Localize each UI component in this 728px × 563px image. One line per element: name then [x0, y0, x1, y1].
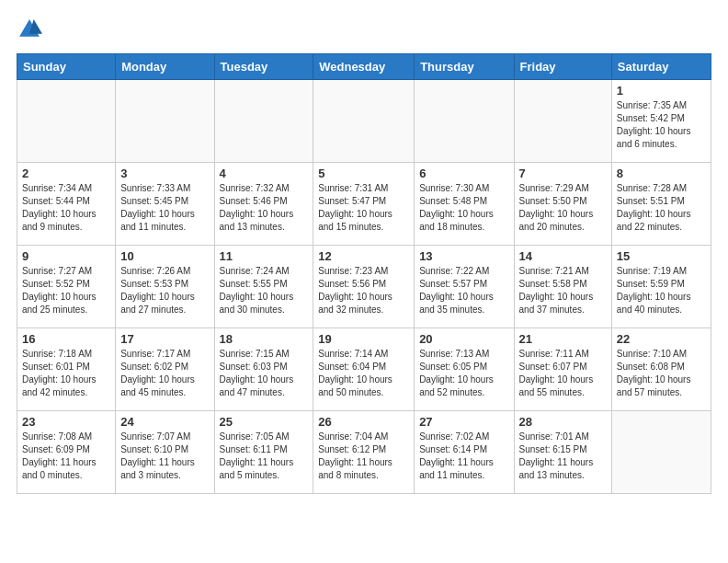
day-number: 13 — [419, 249, 508, 263]
day-info: Sunrise: 7:30 AM Sunset: 5:48 PM Dayligh… — [419, 182, 508, 234]
day-number: 18 — [220, 332, 309, 346]
day-number: 21 — [519, 332, 607, 346]
day-cell: 5Sunrise: 7:31 AM Sunset: 5:47 PM Daylig… — [313, 163, 415, 246]
day-info: Sunrise: 7:02 AM Sunset: 6:14 PM Dayligh… — [419, 431, 508, 482]
day-info: Sunrise: 7:32 AM Sunset: 5:46 PM Dayligh… — [220, 182, 309, 234]
day-cell: 18Sunrise: 7:15 AM Sunset: 6:03 PM Dayli… — [214, 328, 313, 411]
day-number: 25 — [220, 415, 309, 429]
calendar: SundayMondayTuesdayWednesdayThursdayFrid… — [17, 53, 711, 494]
day-number: 11 — [220, 249, 309, 263]
logo-icon — [17, 17, 42, 42]
day-info: Sunrise: 7:26 AM Sunset: 5:53 PM Dayligh… — [120, 265, 209, 316]
day-info: Sunrise: 7:28 AM Sunset: 5:51 PM Dayligh… — [617, 182, 706, 234]
week-row-2: 9Sunrise: 7:27 AM Sunset: 5:52 PM Daylig… — [17, 246, 711, 328]
day-cell: 16Sunrise: 7:18 AM Sunset: 6:01 PM Dayli… — [17, 328, 116, 411]
day-cell: 3Sunrise: 7:33 AM Sunset: 5:45 PM Daylig… — [116, 163, 214, 246]
day-number: 24 — [120, 415, 209, 429]
day-number: 16 — [22, 332, 110, 346]
day-number: 27 — [419, 415, 508, 429]
day-number: 28 — [519, 415, 607, 429]
day-number: 23 — [22, 415, 110, 429]
day-cell: 25Sunrise: 7:05 AM Sunset: 6:11 PM Dayli… — [214, 411, 313, 494]
day-info: Sunrise: 7:05 AM Sunset: 6:11 PM Dayligh… — [220, 431, 309, 482]
day-info: Sunrise: 7:29 AM Sunset: 5:50 PM Dayligh… — [519, 182, 607, 234]
day-info: Sunrise: 7:24 AM Sunset: 5:55 PM Dayligh… — [220, 265, 309, 316]
day-info: Sunrise: 7:07 AM Sunset: 6:10 PM Dayligh… — [120, 431, 209, 482]
weekday-header-wednesday: Wednesday — [313, 54, 415, 80]
day-info: Sunrise: 7:04 AM Sunset: 6:12 PM Dayligh… — [318, 431, 409, 482]
day-number: 12 — [318, 249, 409, 263]
day-cell: 7Sunrise: 7:29 AM Sunset: 5:50 PM Daylig… — [514, 163, 611, 246]
day-cell: 11Sunrise: 7:24 AM Sunset: 5:55 PM Dayli… — [214, 246, 313, 328]
day-cell: 8Sunrise: 7:28 AM Sunset: 5:51 PM Daylig… — [611, 163, 711, 246]
day-number: 3 — [120, 167, 209, 180]
day-info: Sunrise: 7:23 AM Sunset: 5:56 PM Dayligh… — [318, 265, 409, 316]
day-info: Sunrise: 7:35 AM Sunset: 5:42 PM Dayligh… — [617, 99, 706, 151]
day-info: Sunrise: 7:33 AM Sunset: 5:45 PM Dayligh… — [120, 182, 209, 234]
day-cell — [17, 80, 116, 163]
day-number: 15 — [617, 249, 706, 263]
weekday-header-thursday: Thursday — [415, 54, 514, 80]
day-cell: 9Sunrise: 7:27 AM Sunset: 5:52 PM Daylig… — [17, 246, 116, 328]
day-cell: 13Sunrise: 7:22 AM Sunset: 5:57 PM Dayli… — [415, 246, 514, 328]
day-info: Sunrise: 7:01 AM Sunset: 6:15 PM Dayligh… — [519, 431, 607, 482]
day-cell: 20Sunrise: 7:13 AM Sunset: 6:05 PM Dayli… — [415, 328, 514, 411]
day-cell: 14Sunrise: 7:21 AM Sunset: 5:58 PM Dayli… — [514, 246, 611, 328]
day-cell: 23Sunrise: 7:08 AM Sunset: 6:09 PM Dayli… — [17, 411, 116, 494]
day-cell — [415, 80, 514, 163]
day-cell: 2Sunrise: 7:34 AM Sunset: 5:44 PM Daylig… — [17, 163, 116, 246]
day-cell: 28Sunrise: 7:01 AM Sunset: 6:15 PM Dayli… — [514, 411, 611, 494]
day-number: 9 — [22, 249, 110, 263]
day-number: 26 — [318, 415, 409, 429]
day-number: 2 — [22, 167, 110, 180]
day-info: Sunrise: 7:15 AM Sunset: 6:03 PM Dayligh… — [220, 348, 309, 399]
weekday-header-saturday: Saturday — [611, 54, 711, 80]
weekday-header-monday: Monday — [116, 54, 214, 80]
day-number: 20 — [419, 332, 508, 346]
day-info: Sunrise: 7:34 AM Sunset: 5:44 PM Dayligh… — [22, 182, 110, 234]
header — [17, 17, 711, 42]
day-cell — [611, 411, 711, 494]
day-number: 22 — [617, 332, 706, 346]
weekday-header-tuesday: Tuesday — [214, 54, 313, 80]
day-cell — [116, 80, 214, 163]
day-info: Sunrise: 7:10 AM Sunset: 6:08 PM Dayligh… — [617, 348, 706, 399]
day-cell — [214, 80, 313, 163]
day-cell: 19Sunrise: 7:14 AM Sunset: 6:04 PM Dayli… — [313, 328, 415, 411]
day-info: Sunrise: 7:22 AM Sunset: 5:57 PM Dayligh… — [419, 265, 508, 316]
day-cell — [514, 80, 611, 163]
day-info: Sunrise: 7:14 AM Sunset: 6:04 PM Dayligh… — [318, 348, 409, 399]
day-info: Sunrise: 7:17 AM Sunset: 6:02 PM Dayligh… — [120, 348, 209, 399]
day-number: 10 — [120, 249, 209, 263]
day-info: Sunrise: 7:21 AM Sunset: 5:58 PM Dayligh… — [519, 265, 607, 316]
weekday-header-row: SundayMondayTuesdayWednesdayThursdayFrid… — [17, 54, 711, 80]
weekday-header-sunday: Sunday — [17, 54, 116, 80]
logo — [17, 17, 46, 42]
day-number: 8 — [617, 167, 706, 180]
day-cell: 24Sunrise: 7:07 AM Sunset: 6:10 PM Dayli… — [116, 411, 214, 494]
weekday-header-friday: Friday — [514, 54, 611, 80]
day-info: Sunrise: 7:13 AM Sunset: 6:05 PM Dayligh… — [419, 348, 508, 399]
day-cell: 26Sunrise: 7:04 AM Sunset: 6:12 PM Dayli… — [313, 411, 415, 494]
day-info: Sunrise: 7:31 AM Sunset: 5:47 PM Dayligh… — [318, 182, 409, 234]
day-cell — [313, 80, 415, 163]
day-cell: 12Sunrise: 7:23 AM Sunset: 5:56 PM Dayli… — [313, 246, 415, 328]
day-number: 14 — [519, 249, 607, 263]
day-cell: 27Sunrise: 7:02 AM Sunset: 6:14 PM Dayli… — [415, 411, 514, 494]
day-info: Sunrise: 7:11 AM Sunset: 6:07 PM Dayligh… — [519, 348, 607, 399]
day-cell: 4Sunrise: 7:32 AM Sunset: 5:46 PM Daylig… — [214, 163, 313, 246]
day-number: 6 — [419, 167, 508, 180]
day-info: Sunrise: 7:27 AM Sunset: 5:52 PM Dayligh… — [22, 265, 110, 316]
day-info: Sunrise: 7:18 AM Sunset: 6:01 PM Dayligh… — [22, 348, 110, 399]
day-cell: 1Sunrise: 7:35 AM Sunset: 5:42 PM Daylig… — [611, 80, 711, 163]
day-number: 17 — [120, 332, 209, 346]
week-row-3: 16Sunrise: 7:18 AM Sunset: 6:01 PM Dayli… — [17, 328, 711, 411]
day-cell: 15Sunrise: 7:19 AM Sunset: 5:59 PM Dayli… — [611, 246, 711, 328]
day-cell: 17Sunrise: 7:17 AM Sunset: 6:02 PM Dayli… — [116, 328, 214, 411]
day-cell: 22Sunrise: 7:10 AM Sunset: 6:08 PM Dayli… — [611, 328, 711, 411]
day-cell: 6Sunrise: 7:30 AM Sunset: 5:48 PM Daylig… — [415, 163, 514, 246]
day-cell: 10Sunrise: 7:26 AM Sunset: 5:53 PM Dayli… — [116, 246, 214, 328]
day-number: 7 — [519, 167, 607, 180]
day-number: 19 — [318, 332, 409, 346]
week-row-1: 2Sunrise: 7:34 AM Sunset: 5:44 PM Daylig… — [17, 163, 711, 246]
